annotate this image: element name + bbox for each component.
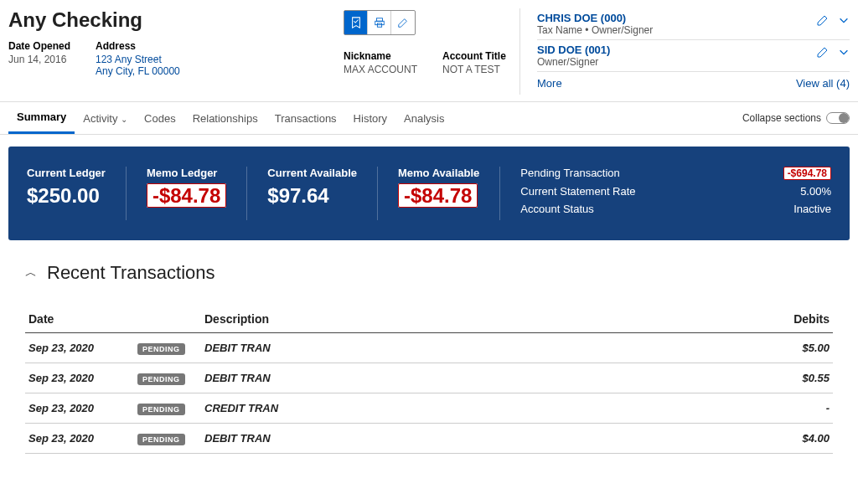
- tab-history[interactable]: History: [345, 104, 395, 133]
- bookmark-button[interactable]: [344, 11, 368, 34]
- tab-bar: Summary Activity ⌄ Codes Relationships T…: [0, 101, 858, 135]
- summary-band: Current Ledger $250.00 Memo Ledger -$84.…: [8, 147, 850, 240]
- tab-analysis[interactable]: Analysis: [395, 104, 452, 133]
- cell-debit: $5.00: [614, 333, 833, 363]
- cell-description: DEBIT TRAN: [201, 424, 614, 454]
- tab-codes[interactable]: Codes: [136, 104, 184, 133]
- chevron-down-icon[interactable]: [838, 46, 850, 58]
- table-row[interactable]: Sep 23, 2020PENDINGDEBIT TRAN$4.00: [25, 424, 833, 454]
- table-row[interactable]: Sep 23, 2020PENDINGDEBIT TRAN$0.55: [25, 363, 833, 393]
- header-toolbar: [344, 10, 416, 35]
- cell-description: CREDIT TRAN: [201, 393, 614, 424]
- cell-description: DEBIT TRAN: [201, 363, 614, 393]
- person-name-link[interactable]: CHRIS DOE (000): [537, 12, 653, 24]
- account-status-label: Account Status: [520, 203, 593, 215]
- tab-relationships[interactable]: Relationships: [184, 104, 266, 133]
- account-title: Any Checking: [8, 8, 344, 32]
- current-available-label: Current Available: [267, 167, 357, 179]
- view-all-link[interactable]: View all (4): [796, 77, 850, 90]
- tab-summary[interactable]: Summary: [8, 102, 75, 134]
- chevron-down-icon: ⌄: [121, 115, 127, 124]
- toggle-icon: [826, 112, 850, 124]
- table-row[interactable]: Sep 23, 2020PENDINGCREDIT TRAN-: [25, 393, 833, 424]
- cell-debit: $0.55: [614, 363, 833, 393]
- chevron-down-icon[interactable]: [838, 14, 850, 26]
- person-name-link[interactable]: SID DOE (001): [537, 44, 610, 56]
- svg-rect-0: [376, 18, 382, 22]
- tab-transactions[interactable]: Transactions: [266, 104, 345, 133]
- pending-badge: PENDING: [137, 404, 185, 415]
- account-status-value: Inactive: [793, 203, 831, 215]
- memo-ledger-label: Memo Ledger: [147, 167, 226, 179]
- current-ledger-label: Current Ledger: [27, 167, 106, 179]
- collapse-label: Collapse sections: [742, 112, 821, 124]
- pending-badge: PENDING: [137, 434, 185, 445]
- recent-transactions-table: Date Description Debits Sep 23, 2020PEND…: [25, 306, 833, 454]
- edit-person-icon[interactable]: [816, 45, 830, 59]
- memo-ledger-value: -$84.78: [147, 183, 226, 208]
- cell-debit: -: [614, 393, 833, 424]
- cell-description: DEBIT TRAN: [201, 333, 614, 363]
- cell-date: Sep 23, 2020: [25, 333, 134, 363]
- current-available-value: $97.64: [267, 184, 357, 208]
- cell-date: Sep 23, 2020: [25, 363, 134, 393]
- col-debits: Debits: [614, 306, 833, 333]
- edit-person-icon[interactable]: [816, 13, 830, 27]
- current-ledger-value: $250.00: [27, 184, 106, 208]
- table-row[interactable]: Sep 23, 2020PENDINGDEBIT TRAN$5.00: [25, 333, 833, 363]
- edit-button[interactable]: [391, 11, 415, 34]
- person-role: Owner/Signer: [537, 56, 610, 68]
- print-button[interactable]: [368, 11, 391, 34]
- tab-activity[interactable]: Activity ⌄: [75, 104, 136, 133]
- cell-date: Sep 23, 2020: [25, 424, 134, 454]
- cell-debit: $4.00: [614, 424, 833, 454]
- recent-transactions-title: Recent Transactions: [47, 262, 215, 284]
- account-title-value: NOT A TEST: [442, 64, 506, 75]
- date-opened-label: Date Opened: [8, 40, 70, 52]
- pending-transaction-value: -$694.78: [783, 167, 831, 180]
- cell-date: Sep 23, 2020: [25, 393, 134, 424]
- tab-activity-label: Activity: [83, 112, 117, 125]
- date-opened-value: Jun 14, 2016: [8, 54, 70, 65]
- chevron-up-icon[interactable]: ︿: [25, 265, 37, 280]
- nickname-value: MAX ACCOUNT: [344, 64, 417, 75]
- pending-badge: PENDING: [137, 373, 185, 385]
- address-line1[interactable]: 123 Any Street: [96, 54, 180, 65]
- statement-rate-value: 5.00%: [800, 185, 831, 198]
- person-row: SID DOE (001) Owner/Signer: [537, 40, 850, 72]
- person-role: Tax Name • Owner/Signer: [537, 24, 653, 36]
- col-date: Date: [25, 306, 134, 333]
- col-description: Description: [201, 306, 614, 333]
- collapse-sections-toggle[interactable]: Collapse sections: [742, 112, 850, 124]
- pending-badge: PENDING: [137, 343, 185, 355]
- memo-available-label: Memo Available: [398, 167, 479, 179]
- address-label: Address: [96, 40, 180, 52]
- memo-available-value: -$84.78: [398, 183, 478, 208]
- account-title-label: Account Title: [442, 50, 506, 62]
- nickname-label: Nickname: [344, 50, 417, 62]
- address-line2[interactable]: Any City, FL 00000: [96, 65, 180, 77]
- pending-transaction-label: Pending Transaction: [520, 167, 620, 180]
- recent-transactions-section: ︿ Recent Transactions Date Description D…: [25, 262, 833, 454]
- statement-rate-label: Current Statement Rate: [520, 185, 635, 198]
- person-row: CHRIS DOE (000) Tax Name • Owner/Signer: [537, 8, 850, 40]
- more-link[interactable]: More: [537, 77, 562, 90]
